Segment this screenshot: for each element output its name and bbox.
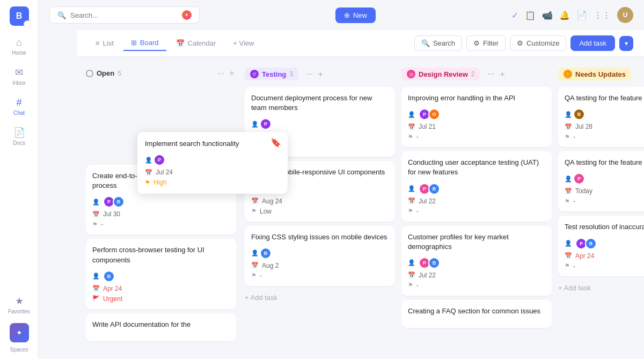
sidebar-item-favorites[interactable]: ★ Favorites [4,291,34,319]
avatar: P [573,173,585,185]
spaces-icon: ✦ [16,328,23,337]
chat-icon: # [16,97,21,108]
file-icon[interactable]: 📄 [576,10,587,20]
search-input[interactable] [70,11,167,19]
card-row-priority: ⚑ Low [251,208,389,215]
sidebar-label-favorites: Favorites [8,309,30,314]
card-title: Write API documentation for the [92,320,230,329]
customize-button[interactable]: ⚙ Customize [510,35,566,51]
card-needs-2[interactable]: QA testing for the feature 👤 P 📅 Today ⚑ [558,151,644,211]
needs-cards: QA testing for the feature 👤 B 📅 Jul 28 … [558,87,644,359]
open-count: 5 [118,70,121,77]
main-content: ≡ List ⊞ Board 📅 Calendar + View 🔍 Searc… [77,30,644,359]
board: Open 5 ··· ＋ Create end-to-end tests for… [77,57,644,359]
card-row-date: 📅 Jul 28 [565,123,644,130]
calendar-icon: 📅 [565,123,572,130]
search-bar[interactable]: 🔍 ✦ [49,6,200,24]
needs-add-task[interactable]: + Add task [558,281,644,295]
search-button[interactable]: 🔍 Search [414,35,462,51]
sidebar-item-inbox[interactable]: ✉ Inbox [4,62,34,90]
card-row-date: 📅 Apr 24 [92,285,230,292]
user-avatar[interactable]: U [617,7,633,23]
avatars: P B [419,257,440,269]
needs-status-icon: ! [564,70,572,78]
video-icon[interactable]: 📹 [542,10,553,20]
testing-add[interactable]: ＋ [316,69,325,80]
floating-priority: High [153,179,167,186]
avatar: B [103,270,115,282]
card-open-3[interactable]: Write API documentation for the [86,313,236,341]
needs-title: Needs Updates [575,70,626,78]
card-design-4[interactable]: Creating a FAQ section for common issues [401,300,552,328]
card-date: Apr 24 [103,285,122,292]
card-row-priority: ⚑ - [565,262,644,270]
filter-button[interactable]: ⚙ Filter [466,35,506,51]
column-design-header: ◎ Design Review 2 ··· ＋ [401,65,552,83]
document-icon[interactable]: 📋 [525,10,536,20]
card-priority: - [260,272,262,280]
open-add[interactable]: ＋ [228,68,236,79]
new-button[interactable]: ⊕ New [335,8,376,23]
card-row-priority: ⚑ - [565,197,644,205]
card-row-assignee: 👤 P [565,173,644,185]
board-icon: ⊞ [131,39,137,47]
card-testing-3[interactable]: Fixing CSS styling issues on mobile devi… [245,226,395,286]
sidebar-item-chat[interactable]: # Chat [4,92,34,120]
design-status: ◎ Design Review 2 [401,68,480,80]
list-icon: ≡ [96,39,100,47]
card-title: Test resolution of inaccuracies [565,222,644,232]
grid-icon[interactable]: ⋮⋮ [594,10,611,20]
column-needs: ! Needs Updates QA testing for the featu… [558,65,644,359]
floating-date: Jul 24 [156,168,173,176]
card-meta: 👤 B 📅 Aug 2 ⚑ - [251,247,389,280]
sidebar-item-home[interactable]: ⌂ Home [4,32,34,60]
star-icon: ★ [15,295,24,307]
card-meta: 👤 P B 📅 Jul 22 ⚑ - [408,183,545,215]
card-priority: - [101,221,103,228]
search-action-label: Search [433,39,455,47]
sidebar-item-docs[interactable]: 📄 Docs [4,122,34,150]
card-needs-3[interactable]: Test resolution of inaccuracies 👤 P B 📅 … [558,216,644,276]
flag-icon: ⚑ [251,208,257,215]
avatars: P B [575,238,597,250]
floating-card[interactable]: Implement search functionality 🔖 👤 P 📅 J… [137,132,288,194]
assignee-icon: 👤 [565,175,572,182]
sidebar-item-spaces[interactable]: ✦ [10,323,29,342]
sidebar-label-spaces: Spaces [10,347,28,353]
needs-status: ! Needs Updates [558,68,631,80]
assignee-icon: 👤 [145,157,152,164]
card-needs-1[interactable]: QA testing for the feature 👤 B 📅 Jul 28 … [558,87,644,147]
add-task-chevron[interactable]: ▾ [619,36,633,51]
add-task-button[interactable]: Add task [570,35,615,51]
tab-list[interactable]: ≡ List [88,36,121,50]
testing-status-icon: ⏱ [250,70,259,78]
testing-add-task[interactable]: + Add task [245,290,395,305]
avatars: P B [419,183,440,195]
bell-icon[interactable]: 🔔 [559,10,570,20]
card-row-priority: ⚑ - [408,282,545,289]
design-menu[interactable]: ··· [487,69,494,79]
card-row-priority: 🚩 Urgent [92,295,230,303]
tab-calendar-label: Calendar [188,39,216,47]
testing-menu[interactable]: ··· [306,69,313,79]
tab-add-view[interactable]: + View [225,36,261,50]
tab-calendar[interactable]: 📅 Calendar [169,36,224,50]
card-open-2[interactable]: Perform cross-browser testing for UI com… [86,239,236,309]
calendar-icon: 📅 [251,197,259,204]
card-design-3[interactable]: Customer profiles for key market demogra… [401,226,552,296]
open-menu[interactable]: ··· [217,69,224,78]
design-add[interactable]: ＋ [498,69,507,80]
workspace-logo[interactable]: B ✓ [10,6,29,26]
tab-board[interactable]: ⊞ Board [123,35,166,51]
card-design-2[interactable]: Conducting user acceptance testing (UAT)… [401,151,552,221]
calendar-icon: 📅 [408,123,415,130]
sidebar-label-docs: Docs [13,140,25,146]
card-design-1[interactable]: Improving error handling in the API 👤 P … [401,87,552,147]
add-task-label: Add task [579,39,606,47]
card-row-assignee: 👤 P [251,118,389,130]
checkmark-icon[interactable]: ✓ [511,10,518,20]
card-date: Aug 24 [262,197,282,205]
filter-icon: ⚙ [473,39,480,47]
flag-icon: ⚑ [408,208,413,215]
column-testing-header: ⏱ Testing 3 ··· ＋ [245,65,395,83]
